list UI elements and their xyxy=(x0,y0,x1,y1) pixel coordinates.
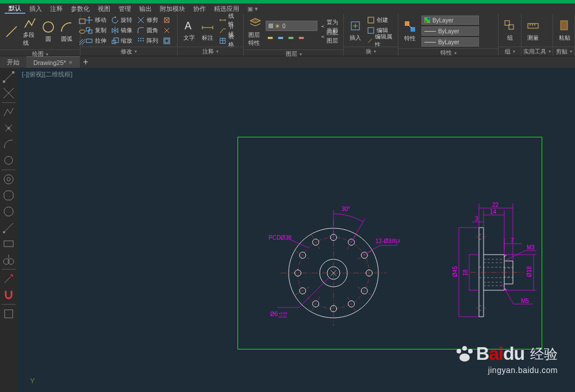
svg-rect-53 xyxy=(5,310,13,318)
tool-delete-icon[interactable] xyxy=(0,271,17,287)
menu-annotate[interactable]: 注释 xyxy=(46,5,67,13)
rotate-button[interactable]: 旋转 xyxy=(110,15,133,25)
svg-rect-4 xyxy=(86,28,90,31)
new-tab-button[interactable]: + xyxy=(80,57,91,67)
arc-button[interactable]: 圆弧 xyxy=(59,19,75,44)
insert-block-button[interactable]: 插入 xyxy=(347,18,363,43)
menu-addins[interactable]: 附加模块 xyxy=(156,5,189,13)
layer-dropdown[interactable]: ☀ 0 xyxy=(266,21,317,31)
svg-line-74 xyxy=(296,287,309,295)
panel-title-annotate[interactable]: 注释 xyxy=(178,47,243,56)
paste-button[interactable]: 粘贴 xyxy=(557,18,573,43)
tool-shape-icon[interactable] xyxy=(0,152,17,168)
explode-icon[interactable] xyxy=(162,25,172,35)
measure-button[interactable]: 测量 xyxy=(525,18,541,43)
layer-tool3-icon[interactable] xyxy=(286,33,296,43)
layer-tool-icon[interactable] xyxy=(266,33,275,43)
tab-start[interactable]: 开始 xyxy=(0,56,26,68)
tool-ray-icon[interactable] xyxy=(0,120,17,136)
move-button[interactable]: 移动 xyxy=(84,15,108,25)
menu-parametric[interactable]: 参数化 xyxy=(67,5,94,13)
mirror-button[interactable]: 镜像 xyxy=(110,25,133,35)
fillet-button[interactable]: 圆角 xyxy=(136,25,159,35)
left-toolbar xyxy=(0,68,17,392)
dim-button[interactable]: 标注 xyxy=(200,18,216,43)
svg-text:M5: M5 xyxy=(521,298,529,304)
tool-arc-icon[interactable] xyxy=(0,136,17,152)
svg-line-72 xyxy=(312,297,320,311)
tool-rect-icon[interactable] xyxy=(0,236,17,252)
tool-segment-icon[interactable] xyxy=(0,220,17,236)
tool-square-icon[interactable] xyxy=(0,306,17,322)
svg-text:Ø18: Ø18 xyxy=(526,266,532,277)
polyline-button[interactable]: 多段线 xyxy=(22,15,38,48)
lineweight-dropdown[interactable]: ByLayer xyxy=(421,26,479,36)
scale-button[interactable]: 缩放 xyxy=(110,36,133,45)
menu-output[interactable]: 输出 xyxy=(135,5,156,13)
layer-tool4-icon[interactable] xyxy=(297,33,306,43)
svg-text:7: 7 xyxy=(511,237,514,244)
svg-line-117 xyxy=(502,284,513,304)
group-button[interactable]: 组 xyxy=(502,18,518,43)
menu-view[interactable]: 视图 xyxy=(94,5,114,13)
panel-title-clipboard[interactable]: 剪贴 xyxy=(553,47,574,56)
viewport-label[interactable]: [-][俯视][二维线框] xyxy=(22,70,72,79)
tool-line-icon[interactable] xyxy=(0,69,17,85)
tool-polyline-icon[interactable] xyxy=(0,104,17,120)
erase-icon[interactable] xyxy=(162,15,172,25)
tool-magnet-icon[interactable] xyxy=(0,287,17,303)
tool-circle2-icon[interactable] xyxy=(0,203,17,220)
offset-icon[interactable] xyxy=(162,36,172,45)
circle-button[interactable]: 圆 xyxy=(40,19,56,44)
menu-manage[interactable]: 管理 xyxy=(114,5,135,13)
paw-icon xyxy=(455,345,474,363)
svg-rect-23 xyxy=(299,37,304,39)
svg-point-132 xyxy=(457,349,461,353)
match-props-button[interactable]: 特性 xyxy=(402,18,418,44)
layer-tool2-icon[interactable] xyxy=(276,33,285,43)
svg-line-64 xyxy=(358,251,371,259)
watermark: Baidu 经验 jingyan.baidu.com xyxy=(455,343,558,375)
svg-rect-32 xyxy=(561,21,568,30)
panel-title-block[interactable]: 块 xyxy=(344,47,398,56)
panel-title-layers[interactable]: 图层 xyxy=(244,49,343,58)
svg-rect-35 xyxy=(12,71,14,74)
ribbon-panel-annotate: A文字 标注 线性 引线 表格 注释 xyxy=(178,14,244,56)
svg-point-1 xyxy=(43,22,53,32)
svg-text:14: 14 xyxy=(490,209,497,215)
tool-construction-icon[interactable] xyxy=(0,85,17,101)
tab-drawing[interactable]: Drawing25*✕ xyxy=(26,56,80,68)
copy-button[interactable]: 复制 xyxy=(84,25,108,35)
trim-button[interactable]: 修剪 xyxy=(136,15,159,25)
match-layer-button[interactable]: 匹配图层 xyxy=(320,32,340,42)
tool-octagon-icon[interactable] xyxy=(0,187,17,203)
svg-rect-22 xyxy=(289,37,294,39)
menu-insert[interactable]: 插入 xyxy=(25,5,46,13)
svg-line-67 xyxy=(358,287,371,295)
panel-title-groups[interactable]: 组 xyxy=(499,47,521,56)
panel-title-modify[interactable]: 修改 xyxy=(80,47,177,56)
text-button[interactable]: A文字 xyxy=(181,18,197,43)
svg-line-33 xyxy=(4,72,13,82)
create-block-button[interactable]: 创建 xyxy=(366,15,394,25)
svg-rect-31 xyxy=(528,24,538,28)
tool-circle-icon[interactable] xyxy=(0,171,17,187)
panel-title-utilities[interactable]: 实用工具 xyxy=(522,47,553,56)
color-dropdown[interactable]: ByLayer xyxy=(421,16,479,25)
array-button[interactable]: 阵列 xyxy=(136,36,159,45)
panel-title-properties[interactable]: 特性 xyxy=(398,48,498,57)
table-button[interactable]: 表格 xyxy=(218,36,240,45)
close-icon[interactable]: ✕ xyxy=(68,60,73,66)
menu-default[interactable]: 默认 xyxy=(5,4,25,14)
menu-collab[interactable]: 协作 xyxy=(189,5,210,13)
layer-props-button[interactable]: 图层特性 xyxy=(247,15,263,48)
edit-attr-button[interactable]: 编辑属性 xyxy=(366,36,394,45)
svg-point-11 xyxy=(143,38,144,39)
svg-point-135 xyxy=(459,353,470,362)
tool-compound-icon[interactable] xyxy=(0,252,17,268)
menu-focus-icon[interactable]: ▣ ▾ xyxy=(243,5,262,13)
linetype-dropdown[interactable]: ByLayer xyxy=(421,37,479,47)
svg-point-12 xyxy=(138,40,139,41)
stretch-button[interactable]: 拉伸 xyxy=(84,36,108,45)
line-button[interactable] xyxy=(3,24,20,40)
